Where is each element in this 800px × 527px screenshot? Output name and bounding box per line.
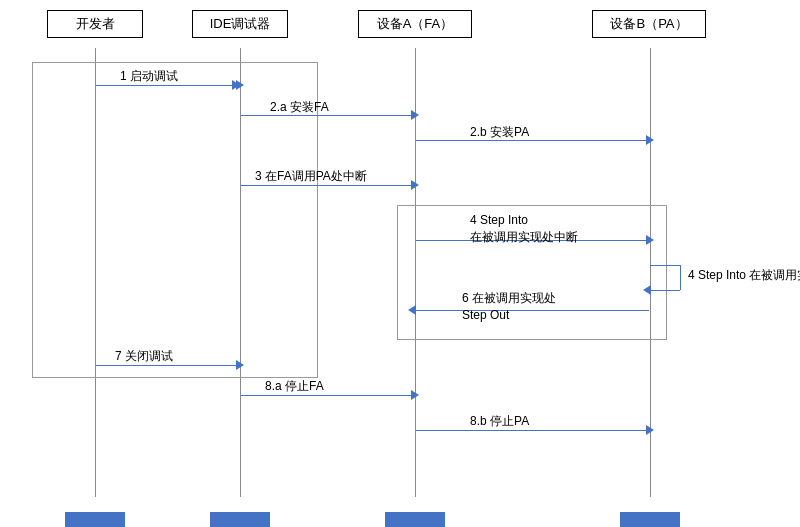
lifeline-box-devB: 设备B（PA） (592, 10, 706, 38)
arrow-1 (96, 85, 239, 86)
label-2b: 2.b 安装PA (470, 124, 529, 141)
label-8a: 8.a 停止FA (265, 378, 324, 395)
arrow-8a (241, 395, 414, 396)
arrowhead-3 (411, 180, 419, 190)
lifeline-box-ide: IDE调试器 (192, 10, 288, 38)
bottom-bar-devA (385, 512, 445, 527)
label-1: 1 启动调试 (120, 68, 178, 85)
lifeline-box-dev: 开发者 (47, 10, 143, 38)
label-5: 4 Step Into 在被调用实现处中断 (688, 267, 800, 284)
arrow-5-h2 (651, 290, 680, 291)
arrowhead-8a (411, 390, 419, 400)
arrowhead-5 (643, 285, 651, 295)
bottom-bar-ide (210, 512, 270, 527)
label-4: 4 Step Into 在被调用实现处中断 (470, 212, 578, 246)
arrowhead-2b (646, 135, 654, 145)
arrowhead-4 (646, 235, 654, 245)
arrowhead-2a (411, 110, 419, 120)
arrowhead-1 (236, 80, 244, 90)
arrow-3 (241, 185, 414, 186)
label-8b: 8.b 停止PA (470, 413, 529, 430)
arrowhead-7 (236, 360, 244, 370)
bottom-bar-devB (620, 512, 680, 527)
bottom-bar-dev (65, 512, 125, 527)
arrow-5-v (680, 265, 681, 290)
arrow-5-h1 (650, 265, 680, 266)
arrow-8b (416, 430, 649, 431)
label-7: 7 关闭调试 (115, 348, 173, 365)
label-2a: 2.a 安装FA (270, 99, 329, 116)
label-3: 3 在FA调用PA处中断 (255, 168, 367, 185)
arrowhead-8b (646, 425, 654, 435)
lifeline-box-devA: 设备A（FA） (358, 10, 472, 38)
label-6: 6 在被调用实现处 Step Out (462, 290, 556, 324)
sequence-diagram: 开发者 IDE调试器 设备A（FA） 设备B（PA） 1 启动调试 2.a 安装… (0, 0, 800, 527)
arrow-7 (96, 365, 239, 366)
arrow-2b (416, 140, 649, 141)
arrowhead-6 (408, 305, 416, 315)
